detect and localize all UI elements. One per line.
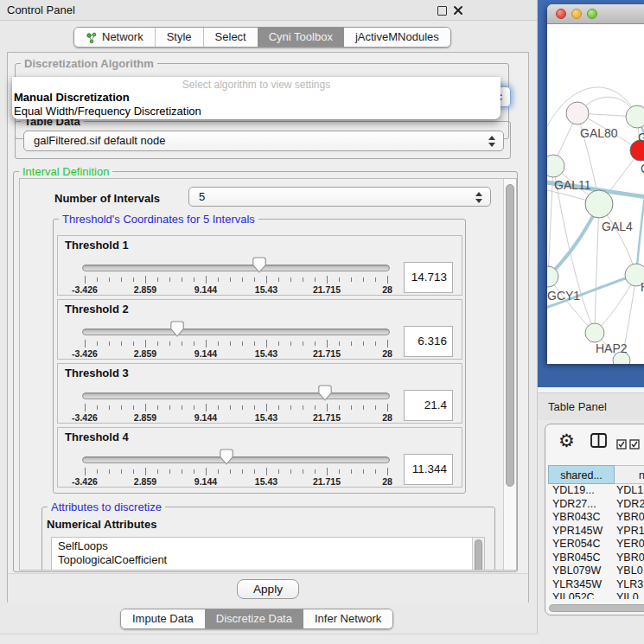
slider-tick — [182, 341, 182, 346]
popup-option-equal-width[interactable]: Equal Width/Frequency Discretization — [12, 105, 501, 118]
slider-tick — [194, 469, 194, 474]
checkbox-icon[interactable] — [616, 437, 627, 453]
table-row[interactable]: YDL19...YDL1 — [545, 484, 644, 498]
table-hscrollbar-thumb[interactable] — [549, 604, 644, 612]
panel-scrollbar[interactable] — [503, 179, 516, 570]
minimize-traffic-light[interactable] — [571, 9, 582, 19]
slider-scale-label: 28 — [382, 412, 392, 423]
threshold-value-field[interactable]: 6.316 — [404, 326, 453, 357]
bottom-tab-bar: Impute Data Discretize Data Infer Networ… — [120, 609, 393, 629]
threshold-3-slider[interactable]: -3.4262.8599.14415.4321.71528 — [82, 364, 390, 424]
close-traffic-light[interactable] — [556, 9, 566, 19]
close-icon[interactable] — [453, 5, 463, 16]
slider-scale-label: 21.715 — [313, 476, 341, 487]
table-cell[interactable]: YBR0 — [616, 552, 644, 565]
tab-select[interactable]: Select — [204, 28, 258, 47]
slider-track[interactable] — [82, 328, 390, 335]
column-header-shared-name[interactable]: shared... — [548, 465, 615, 484]
list-item[interactable]: TopologicalCoefficient — [52, 553, 472, 567]
slider-thumb[interactable] — [170, 321, 184, 337]
table-cell[interactable]: YIL0 — [616, 591, 639, 599]
network-graph: GAL80 GA C GAL11 GAL4 GCY1 H HAP2 — [547, 24, 644, 364]
table-toolbar: ⚙ — [545, 424, 644, 464]
tab-style[interactable]: Style — [156, 28, 203, 47]
threshold-2-slider[interactable]: -3.4262.8599.14415.4321.71528 — [82, 300, 390, 360]
tab-jactivemnodules[interactable]: jActiveMNodules — [344, 28, 450, 47]
popup-header: Select algorithm to view settings — [12, 78, 501, 91]
slider-tick — [194, 277, 194, 282]
list-item[interactable]: SelfLoops — [52, 539, 472, 553]
slider-track[interactable] — [82, 456, 390, 463]
popup-option-manual-discretization[interactable]: Manual Discretization — [12, 91, 501, 105]
network-canvas[interactable]: GAL80 GA C GAL11 GAL4 GCY1 H HAP2 — [547, 24, 644, 364]
checkbox-icon[interactable] — [629, 437, 640, 453]
slider-track[interactable] — [82, 392, 390, 399]
threshold-1-slider[interactable]: -3.4262.8599.14415.4321.71528 — [82, 236, 390, 296]
network-node-gal4[interactable] — [585, 190, 613, 218]
table-row[interactable]: YPR145WYPR1 — [545, 525, 644, 539]
table-cell[interactable]: YDL19... — [552, 484, 595, 498]
table-cell[interactable]: YLR3 — [616, 578, 643, 592]
table-row[interactable]: YER054CYER0 — [545, 538, 644, 552]
slider-thumb[interactable] — [220, 449, 233, 465]
float-window-icon[interactable] — [437, 6, 447, 16]
table-cell[interactable]: YER0 — [616, 538, 644, 552]
tab-infer-network[interactable]: Infer Network — [303, 609, 392, 628]
table-cell[interactable]: YIL052C — [552, 591, 595, 599]
slider-scale-label: -3.426 — [72, 284, 98, 295]
network-node-hap2[interactable] — [585, 323, 604, 342]
threshold-value-field[interactable]: 14.713 — [404, 262, 453, 293]
table-cell[interactable]: YPR145W — [552, 525, 603, 539]
split-columns-icon[interactable] — [590, 433, 607, 451]
slider-track[interactable] — [82, 265, 390, 271]
zoom-traffic-light[interactable] — [587, 9, 597, 19]
table-cell[interactable]: YDR2 — [616, 498, 644, 512]
slider-thumb[interactable] — [252, 257, 266, 273]
list-scrollbar[interactable] — [472, 538, 484, 571]
table-cell[interactable]: YPR1 — [616, 525, 644, 539]
slider-tick — [218, 469, 219, 474]
table-data-combobox[interactable]: galFiltered.sif default node — [23, 131, 504, 151]
table-row[interactable]: YDR27...YDR2 — [545, 498, 644, 512]
table-cell[interactable]: YLR345W — [552, 578, 602, 592]
threshold-4-slider[interactable]: -3.4262.8599.14415.4321.71528 — [82, 428, 390, 488]
table-row[interactable]: YIL052CYIL0 — [545, 591, 644, 599]
slider-scale-label: 2.859 — [134, 412, 156, 423]
table-cell[interactable]: YBR0 — [616, 511, 644, 525]
apply-button[interactable]: Apply — [237, 579, 299, 599]
slider-tick — [121, 469, 122, 474]
slider-scale-label: 2.859 — [134, 284, 156, 295]
slider-tick — [254, 341, 255, 346]
table-cell[interactable]: YBR045C — [552, 552, 601, 565]
table-row[interactable]: YLR345WYLR3 — [545, 578, 644, 592]
num-intervals-spinner[interactable]: 5 — [188, 187, 491, 207]
table-cell[interactable]: YDL1 — [616, 484, 643, 498]
slider-tick — [303, 277, 303, 282]
table-row[interactable]: YBR045CYBR0 — [545, 552, 644, 565]
table-cell[interactable]: YBL0 — [616, 564, 643, 578]
spinner-arrows-icon[interactable] — [488, 136, 495, 150]
gear-icon[interactable]: ⚙ — [558, 430, 575, 451]
list-item[interactable]: BetweennessCentrality — [52, 567, 472, 571]
table-row[interactable]: YBR043CYBR0 — [545, 511, 644, 525]
slider-tick — [109, 341, 110, 346]
network-node-gal80[interactable] — [566, 102, 589, 124]
table-cell[interactable]: YBL079W — [552, 564, 601, 578]
slider-thumb[interactable] — [318, 385, 332, 401]
panel-scrollbar-thumb[interactable] — [506, 184, 514, 487]
threshold-value-field[interactable]: 21.4 — [404, 390, 453, 421]
tab-impute-data[interactable]: Impute Data — [121, 609, 205, 628]
threshold-value-field[interactable]: 11.344 — [404, 454, 453, 485]
table-cell[interactable]: YDR27... — [552, 498, 596, 512]
tab-network[interactable]: Network — [74, 28, 155, 47]
list-scrollbar-thumb[interactable] — [475, 539, 482, 571]
network-node-top-right[interactable] — [626, 105, 644, 128]
spinner-arrows-icon[interactable] — [475, 192, 482, 206]
tab-discretize-data[interactable]: Discretize Data — [205, 609, 303, 628]
column-header-name[interactable]: n — [615, 465, 644, 484]
table-cell[interactable]: YBR043C — [552, 511, 601, 525]
table-hscrollbar[interactable] — [545, 604, 644, 613]
table-row[interactable]: YBL079WYBL0 — [545, 564, 644, 578]
table-cell[interactable]: YER054C — [552, 538, 601, 552]
tab-cyni-toolbox[interactable]: Cyni Toolbox — [258, 28, 344, 47]
